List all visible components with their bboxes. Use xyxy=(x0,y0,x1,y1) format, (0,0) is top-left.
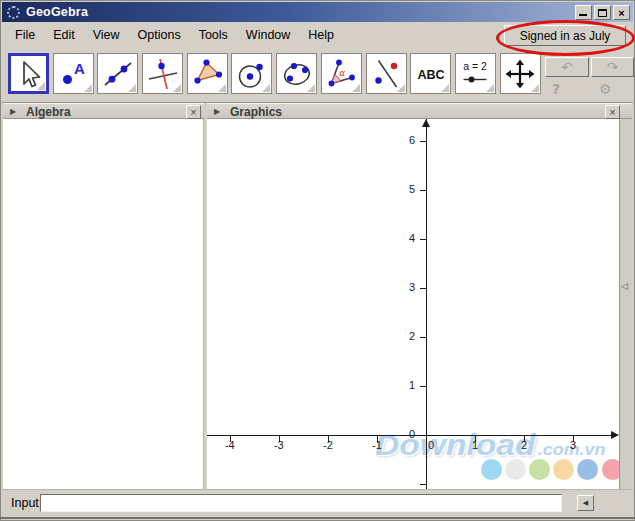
graphics-view[interactable]: Download .com.vn 0123456-4-3-2-10123 xyxy=(207,119,619,489)
input-help-toggle-button[interactable]: ◀ xyxy=(577,495,594,511)
svg-text:α: α xyxy=(340,66,346,77)
y-axis-tick-label: 0 xyxy=(393,428,415,440)
tool-row: AαABCa = 2 xyxy=(8,53,541,94)
y-axis-tick xyxy=(420,484,427,485)
input-field[interactable] xyxy=(40,494,562,512)
menu-bar: FileEditViewOptionsToolsWindowHelp Signe… xyxy=(2,22,633,48)
menu-file[interactable]: File xyxy=(6,22,44,48)
input-bar: Input: ◀ xyxy=(2,489,633,517)
tool-dropdown-arrow-icon[interactable] xyxy=(218,84,226,92)
collapsed-panel-strip[interactable]: ◁ xyxy=(619,119,632,489)
close-button[interactable]: × xyxy=(613,5,630,20)
tool-polygon-button[interactable] xyxy=(187,53,228,94)
window-bottom-edge xyxy=(0,517,635,519)
minimize-icon xyxy=(579,14,587,16)
x-axis-tick-label: -3 xyxy=(268,439,290,451)
window-controls: × xyxy=(575,5,630,20)
y-axis-tick xyxy=(420,337,427,338)
menu-edit[interactable]: Edit xyxy=(44,22,84,48)
tool-dropdown-arrow-icon[interactable] xyxy=(37,82,45,90)
y-axis-tick xyxy=(420,435,427,436)
x-axis-tick-label: 1 xyxy=(464,439,486,451)
x-axis-tick-label: 3 xyxy=(562,439,584,451)
tool-dropdown-arrow-icon[interactable] xyxy=(84,84,92,92)
maximize-icon xyxy=(598,9,607,17)
watermark-dot xyxy=(481,459,502,480)
maximize-button[interactable] xyxy=(594,5,611,20)
tool-dropdown-arrow-icon[interactable] xyxy=(441,84,449,92)
title-bar[interactable]: GeoGebra × xyxy=(2,2,633,22)
y-axis-tick-label: 4 xyxy=(393,232,415,244)
tool-circle-button[interactable] xyxy=(231,53,272,94)
undo-button[interactable]: ↶ xyxy=(545,57,589,77)
minimize-button[interactable] xyxy=(575,5,592,20)
tool-angle-button[interactable]: α xyxy=(321,53,362,94)
y-axis-tick xyxy=(420,190,427,191)
tool-move-button[interactable] xyxy=(8,53,49,94)
help-icon[interactable]: ? xyxy=(552,81,560,97)
tool-move-graphics-button[interactable] xyxy=(500,53,541,94)
tool-dropdown-arrow-icon[interactable] xyxy=(128,84,136,92)
tool-dropdown-arrow-icon[interactable] xyxy=(397,84,405,92)
y-axis-tick-label: 1 xyxy=(393,379,415,391)
y-axis-tick xyxy=(420,288,427,289)
y-axis-tick xyxy=(420,141,427,142)
menu-view[interactable]: View xyxy=(84,22,129,48)
watermark-dot xyxy=(529,459,550,480)
tool-perpendicular-line-button[interactable] xyxy=(142,53,183,94)
x-axis-tick-label: -1 xyxy=(366,439,388,451)
watermark-dot xyxy=(505,459,526,480)
tool-dropdown-arrow-icon[interactable] xyxy=(307,84,315,92)
tool-point-button[interactable]: A xyxy=(53,53,94,94)
y-axis-tick-label: 5 xyxy=(393,183,415,195)
tool-slider-button[interactable]: a = 2 xyxy=(455,53,496,94)
y-axis-arrow-icon xyxy=(422,119,430,127)
y-axis-tick-label: 3 xyxy=(393,281,415,293)
tool-reflect-button[interactable] xyxy=(366,53,407,94)
graphics-arrow-icon: ▶ xyxy=(214,107,220,116)
tool-line-button[interactable] xyxy=(97,53,138,94)
menu-window[interactable]: Window xyxy=(237,22,299,48)
menu-tools[interactable]: Tools xyxy=(190,22,237,48)
graphics-panel-title: Graphics xyxy=(230,105,282,119)
settings-gear-icon[interactable]: ⚙ xyxy=(599,81,612,97)
tool-dropdown-arrow-icon[interactable] xyxy=(486,84,494,92)
redo-button[interactable]: ↷ xyxy=(591,57,634,77)
y-axis-tick xyxy=(420,239,427,240)
signed-in-button[interactable]: Signed in as July xyxy=(504,25,626,46)
x-axis-arrow-icon xyxy=(611,431,619,439)
input-label: Input: xyxy=(11,496,42,510)
algebra-view[interactable] xyxy=(3,119,204,489)
algebra-panel-header[interactable]: ▶ Algebra × xyxy=(3,103,204,119)
y-axis-tick-label: 6 xyxy=(393,134,415,146)
menu-items: FileEditViewOptionsToolsWindowHelp xyxy=(6,22,343,48)
x-axis-tick-label: -2 xyxy=(317,439,339,451)
graphics-panel-header[interactable]: ▶ Graphics × xyxy=(207,103,632,119)
menu-help[interactable]: Help xyxy=(299,22,343,48)
svg-text:ABC: ABC xyxy=(417,67,444,81)
window-title: GeoGebra xyxy=(26,5,88,19)
svg-text:a = 2: a = 2 xyxy=(464,59,488,71)
menu-options[interactable]: Options xyxy=(129,22,190,48)
watermark-dot xyxy=(577,459,598,480)
tool-dropdown-arrow-icon[interactable] xyxy=(531,84,539,92)
x-axis-tick-label: 2 xyxy=(513,439,535,451)
close-algebra-button[interactable]: × xyxy=(186,105,201,119)
expand-panel-icon[interactable]: ◁ xyxy=(621,281,628,291)
y-axis xyxy=(426,119,427,489)
y-axis-tick xyxy=(420,386,427,387)
tool-bar: AαABCa = 2 ↶ ↷ ? ⚙ xyxy=(2,48,633,103)
x-axis-tick-label: 0 xyxy=(428,439,440,451)
close-graphics-button[interactable]: × xyxy=(605,105,620,119)
tool-dropdown-arrow-icon[interactable] xyxy=(262,84,270,92)
algebra-arrow-icon: ▶ xyxy=(10,107,16,116)
watermark-dot xyxy=(553,459,574,480)
watermark-dot xyxy=(602,459,620,480)
tool-dropdown-arrow-icon[interactable] xyxy=(173,84,181,92)
tool-ellipse-button[interactable] xyxy=(276,53,317,94)
y-axis-tick-label: 2 xyxy=(393,330,415,342)
tool-text-button[interactable]: ABC xyxy=(410,53,451,94)
svg-text:A: A xyxy=(74,60,85,77)
algebra-panel-title: Algebra xyxy=(26,105,71,119)
tool-dropdown-arrow-icon[interactable] xyxy=(352,84,360,92)
